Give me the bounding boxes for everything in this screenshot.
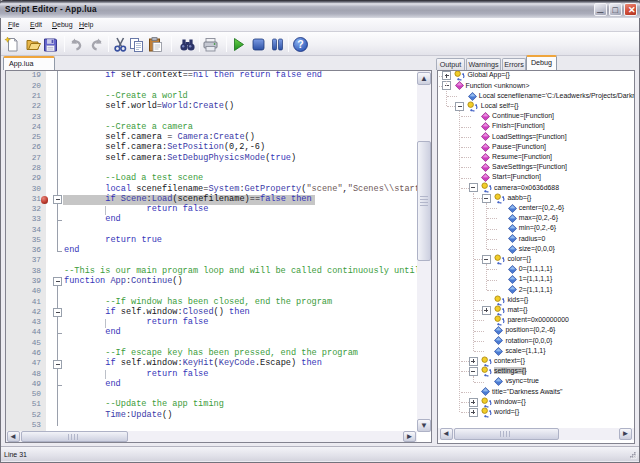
svg-text:?: ? [297, 38, 303, 50]
